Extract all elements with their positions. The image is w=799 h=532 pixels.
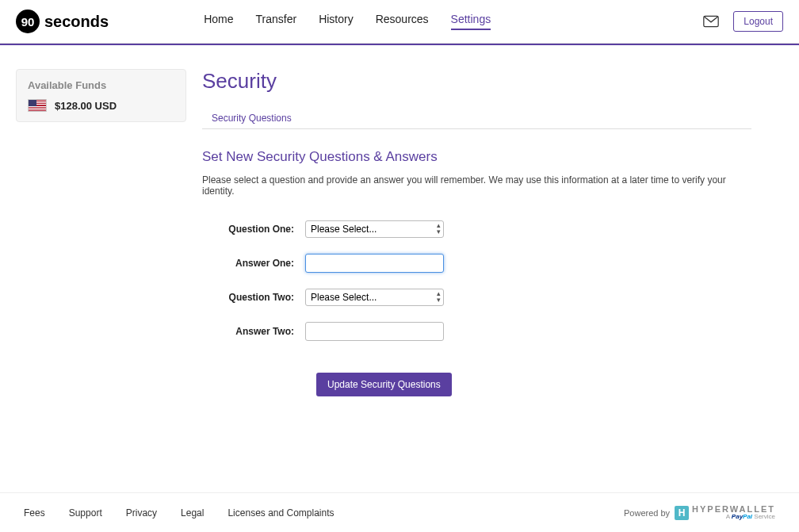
label-answer-two: Answer Two: xyxy=(202,326,305,337)
footer-links: Fees Support Privacy Legal Licenses and … xyxy=(24,507,335,519)
main: Security Security Questions Set New Secu… xyxy=(202,69,783,396)
input-answer-two[interactable] xyxy=(305,322,444,341)
input-answer-one[interactable] xyxy=(305,254,444,273)
funds-card: Available Funds $128.00 USD xyxy=(16,69,186,122)
update-security-questions-button[interactable]: Update Security Questions xyxy=(316,373,452,396)
select-question-two[interactable]: Please Select... xyxy=(305,289,444,306)
row-question-one: Question One: Please Select... ▴▾ xyxy=(202,220,751,238)
nav-settings[interactable]: Settings xyxy=(451,13,491,30)
nav-home[interactable]: Home xyxy=(204,13,233,30)
powered-by: Powered by H HYPERWALLET A PayPal Servic… xyxy=(624,505,775,520)
footer-link-support[interactable]: Support xyxy=(69,507,102,519)
label-question-one: Question One: xyxy=(202,224,305,235)
tab-security-questions[interactable]: Security Questions xyxy=(210,108,293,128)
logo-badge: 90 xyxy=(16,10,40,33)
label-question-two: Question Two: xyxy=(202,292,305,303)
content: Available Funds $128.00 USD Security Sec… xyxy=(0,45,799,396)
logo-text: seconds xyxy=(44,13,109,31)
label-answer-one: Answer One: xyxy=(202,258,305,269)
hyperwallet-sub: A PayPal Service xyxy=(692,514,775,520)
sidebar: Available Funds $128.00 USD xyxy=(16,69,186,396)
hyperwallet-icon: H xyxy=(675,506,689,520)
section-desc: Please select a question and provide an … xyxy=(202,174,751,197)
mail-icon[interactable] xyxy=(703,15,719,28)
footer-link-licenses[interactable]: Licenses and Complaints xyxy=(227,507,334,519)
row-answer-two: Answer Two: xyxy=(202,322,751,341)
row-question-two: Question Two: Please Select... ▴▾ xyxy=(202,289,751,306)
select-question-one[interactable]: Please Select... xyxy=(305,220,444,238)
flag-us-icon xyxy=(28,99,47,112)
nav-transfer[interactable]: Transfer xyxy=(256,13,297,30)
funds-amount: $128.00 USD xyxy=(55,100,117,112)
funds-row: $128.00 USD xyxy=(28,99,174,112)
page-title: Security xyxy=(202,69,751,94)
funds-title: Available Funds xyxy=(28,79,174,91)
footer: Fees Support Privacy Legal Licenses and … xyxy=(0,492,799,532)
row-answer-one: Answer One: xyxy=(202,254,751,273)
logout-button[interactable]: Logout xyxy=(733,11,783,32)
footer-link-fees[interactable]: Fees xyxy=(24,507,45,519)
section-title: Set New Security Questions & Answers xyxy=(202,149,751,165)
powered-label: Powered by xyxy=(624,508,670,518)
tabs: Security Questions xyxy=(202,108,751,129)
footer-link-privacy[interactable]: Privacy xyxy=(126,507,157,519)
hyperwallet-logo: H HYPERWALLET A PayPal Service xyxy=(675,505,775,520)
footer-link-legal[interactable]: Legal xyxy=(181,507,204,519)
logo: 90 seconds xyxy=(16,10,109,33)
nav-resources[interactable]: Resources xyxy=(376,13,429,30)
nav-history[interactable]: History xyxy=(319,13,354,30)
header: 90 seconds Home Transfer History Resourc… xyxy=(0,0,799,44)
header-right: Logout xyxy=(703,11,783,32)
nav: Home Transfer History Resources Settings xyxy=(204,13,491,30)
submit-row: Update Security Questions xyxy=(316,373,751,396)
